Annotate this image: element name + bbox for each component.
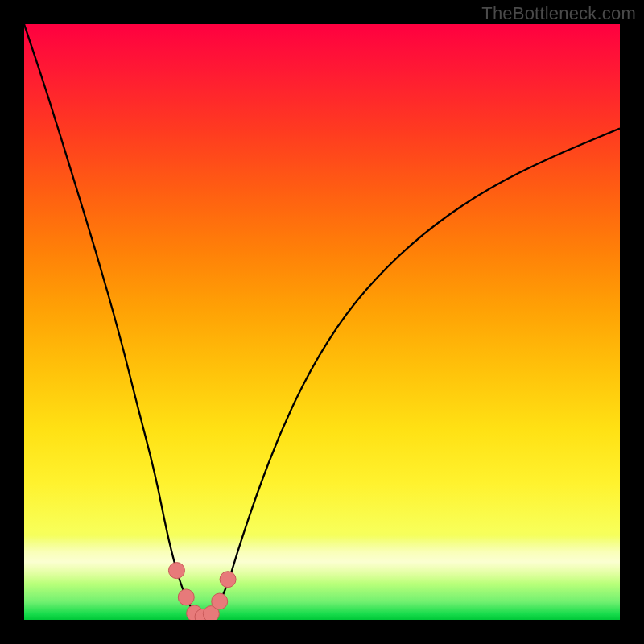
- marker-dot: [178, 589, 194, 605]
- marker-dot: [168, 563, 184, 579]
- chart-svg: [24, 24, 620, 620]
- marker-dot: [220, 572, 236, 588]
- bottleneck-curve: [24, 24, 620, 617]
- marker-group: [168, 563, 236, 620]
- chart-frame: TheBottleneck.com: [0, 0, 644, 644]
- plot-area: [24, 24, 620, 620]
- marker-dot: [212, 593, 228, 609]
- watermark-text: TheBottleneck.com: [481, 3, 636, 24]
